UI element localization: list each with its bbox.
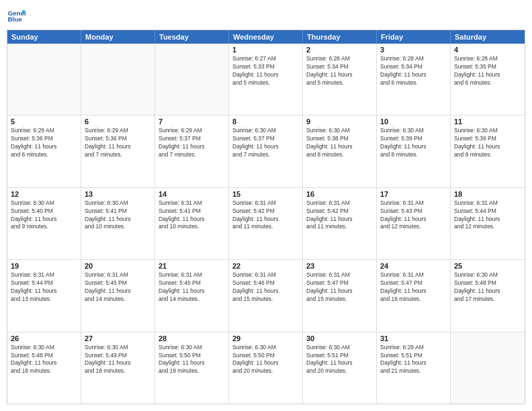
cell-info: Sunrise: 6:31 AM Sunset: 5:44 PM Dayligh… <box>454 199 521 232</box>
calendar-cell: 20Sunrise: 6:31 AM Sunset: 5:45 PM Dayli… <box>81 260 155 331</box>
day-number: 16 <box>306 190 373 198</box>
page: General Blue SundayMondayTuesdayWednesda… <box>0 0 532 411</box>
day-number: 6 <box>85 118 151 126</box>
cell-info: Sunrise: 6:30 AM Sunset: 5:41 PM Dayligh… <box>85 199 151 232</box>
day-number: 27 <box>85 334 151 342</box>
calendar-row-5: 26Sunrise: 6:30 AM Sunset: 5:48 PM Dayli… <box>7 332 525 404</box>
cell-info: Sunrise: 6:31 AM Sunset: 5:45 PM Dayligh… <box>85 271 151 304</box>
day-number: 26 <box>11 334 77 342</box>
cell-info: Sunrise: 6:30 AM Sunset: 5:39 PM Dayligh… <box>380 127 447 159</box>
calendar-cell: 31Sunrise: 6:29 AM Sunset: 5:51 PM Dayli… <box>377 332 451 404</box>
day-number: 22 <box>232 262 299 270</box>
day-number: 12 <box>11 190 77 198</box>
cell-info: Sunrise: 6:31 AM Sunset: 5:41 PM Dayligh… <box>159 199 225 232</box>
day-number: 11 <box>454 118 521 126</box>
calendar-cell <box>155 44 229 115</box>
calendar-cell: 11Sunrise: 6:30 AM Sunset: 5:39 PM Dayli… <box>451 116 525 187</box>
calendar-cell <box>81 44 155 115</box>
day-number: 19 <box>11 262 77 270</box>
calendar-row-4: 19Sunrise: 6:31 AM Sunset: 5:44 PM Dayli… <box>7 260 525 332</box>
cell-info: Sunrise: 6:30 AM Sunset: 5:48 PM Dayligh… <box>454 271 521 304</box>
calendar: SundayMondayTuesdayWednesdayThursdayFrid… <box>7 30 525 404</box>
calendar-cell: 5Sunrise: 6:29 AM Sunset: 5:36 PM Daylig… <box>7 116 81 187</box>
calendar-header: SundayMondayTuesdayWednesdayThursdayFrid… <box>7 30 525 44</box>
calendar-cell: 15Sunrise: 6:31 AM Sunset: 5:42 PM Dayli… <box>229 188 303 259</box>
weekday-header-friday: Friday <box>377 30 451 44</box>
cell-info: Sunrise: 6:30 AM Sunset: 5:50 PM Dayligh… <box>232 344 299 376</box>
calendar-cell: 7Sunrise: 6:29 AM Sunset: 5:37 PM Daylig… <box>155 116 229 187</box>
cell-info: Sunrise: 6:31 AM Sunset: 5:42 PM Dayligh… <box>232 199 299 232</box>
cell-info: Sunrise: 6:29 AM Sunset: 5:36 PM Dayligh… <box>11 127 77 159</box>
calendar-cell: 29Sunrise: 6:30 AM Sunset: 5:50 PM Dayli… <box>229 332 303 404</box>
weekday-header-sunday: Sunday <box>7 30 81 44</box>
cell-info: Sunrise: 6:27 AM Sunset: 5:33 PM Dayligh… <box>232 55 299 87</box>
day-number: 2 <box>306 46 373 54</box>
day-number: 14 <box>159 190 225 198</box>
cell-info: Sunrise: 6:29 AM Sunset: 5:36 PM Dayligh… <box>85 127 151 159</box>
calendar-cell: 3Sunrise: 6:28 AM Sunset: 5:34 PM Daylig… <box>377 44 451 115</box>
calendar-cell: 30Sunrise: 6:30 AM Sunset: 5:51 PM Dayli… <box>303 332 377 404</box>
calendar-cell: 26Sunrise: 6:30 AM Sunset: 5:48 PM Dayli… <box>7 332 81 404</box>
day-number: 9 <box>306 118 373 126</box>
day-number: 23 <box>306 262 373 270</box>
logo-icon: General Blue <box>7 7 26 26</box>
cell-info: Sunrise: 6:28 AM Sunset: 5:34 PM Dayligh… <box>380 55 447 87</box>
calendar-cell: 4Sunrise: 6:28 AM Sunset: 5:35 PM Daylig… <box>451 44 525 115</box>
calendar-cell: 22Sunrise: 6:31 AM Sunset: 5:46 PM Dayli… <box>229 260 303 331</box>
calendar-cell: 8Sunrise: 6:30 AM Sunset: 5:37 PM Daylig… <box>229 116 303 187</box>
header: General Blue <box>7 7 525 26</box>
day-number: 10 <box>380 118 447 126</box>
calendar-cell: 28Sunrise: 6:30 AM Sunset: 5:50 PM Dayli… <box>155 332 229 404</box>
day-number: 24 <box>380 262 447 270</box>
day-number: 4 <box>454 46 521 54</box>
calendar-cell: 18Sunrise: 6:31 AM Sunset: 5:44 PM Dayli… <box>451 188 525 259</box>
day-number: 15 <box>232 190 299 198</box>
weekday-header-monday: Monday <box>81 30 155 44</box>
day-number: 30 <box>306 334 373 342</box>
cell-info: Sunrise: 6:30 AM Sunset: 5:49 PM Dayligh… <box>85 344 151 376</box>
cell-info: Sunrise: 6:30 AM Sunset: 5:50 PM Dayligh… <box>159 344 225 376</box>
calendar-cell <box>451 332 525 404</box>
day-number: 20 <box>85 262 151 270</box>
calendar-cell: 1Sunrise: 6:27 AM Sunset: 5:33 PM Daylig… <box>229 44 303 115</box>
cell-info: Sunrise: 6:31 AM Sunset: 5:44 PM Dayligh… <box>11 271 77 304</box>
calendar-row-1: 1Sunrise: 6:27 AM Sunset: 5:33 PM Daylig… <box>7 44 525 116</box>
calendar-cell: 13Sunrise: 6:30 AM Sunset: 5:41 PM Dayli… <box>81 188 155 259</box>
calendar-cell: 6Sunrise: 6:29 AM Sunset: 5:36 PM Daylig… <box>81 116 155 187</box>
weekday-header-saturday: Saturday <box>451 30 525 44</box>
calendar-body: 1Sunrise: 6:27 AM Sunset: 5:33 PM Daylig… <box>7 44 525 404</box>
weekday-header-thursday: Thursday <box>303 30 377 44</box>
weekday-header-tuesday: Tuesday <box>155 30 229 44</box>
day-number: 25 <box>454 262 521 270</box>
cell-info: Sunrise: 6:31 AM Sunset: 5:43 PM Dayligh… <box>380 199 447 232</box>
calendar-cell: 25Sunrise: 6:30 AM Sunset: 5:48 PM Dayli… <box>451 260 525 331</box>
calendar-cell: 16Sunrise: 6:31 AM Sunset: 5:42 PM Dayli… <box>303 188 377 259</box>
cell-info: Sunrise: 6:31 AM Sunset: 5:46 PM Dayligh… <box>232 271 299 304</box>
day-number: 8 <box>232 118 299 126</box>
calendar-cell: 23Sunrise: 6:31 AM Sunset: 5:47 PM Dayli… <box>303 260 377 331</box>
cell-info: Sunrise: 6:30 AM Sunset: 5:39 PM Dayligh… <box>454 127 521 159</box>
calendar-cell: 24Sunrise: 6:31 AM Sunset: 5:47 PM Dayli… <box>377 260 451 331</box>
day-number: 29 <box>232 334 299 342</box>
day-number: 18 <box>454 190 521 198</box>
cell-info: Sunrise: 6:30 AM Sunset: 5:38 PM Dayligh… <box>306 127 373 159</box>
calendar-cell <box>7 44 81 115</box>
day-number: 3 <box>380 46 447 54</box>
cell-info: Sunrise: 6:30 AM Sunset: 5:48 PM Dayligh… <box>11 344 77 376</box>
calendar-cell: 17Sunrise: 6:31 AM Sunset: 5:43 PM Dayli… <box>377 188 451 259</box>
calendar-cell: 2Sunrise: 6:28 AM Sunset: 5:34 PM Daylig… <box>303 44 377 115</box>
cell-info: Sunrise: 6:31 AM Sunset: 5:47 PM Dayligh… <box>306 271 373 304</box>
cell-info: Sunrise: 6:28 AM Sunset: 5:34 PM Dayligh… <box>306 55 373 87</box>
cell-info: Sunrise: 6:29 AM Sunset: 5:51 PM Dayligh… <box>380 344 447 376</box>
cell-info: Sunrise: 6:30 AM Sunset: 5:40 PM Dayligh… <box>11 199 77 232</box>
svg-text:Blue: Blue <box>7 15 22 23</box>
day-number: 7 <box>159 118 225 126</box>
day-number: 5 <box>11 118 77 126</box>
day-number: 13 <box>85 190 151 198</box>
day-number: 1 <box>232 46 299 54</box>
calendar-cell: 27Sunrise: 6:30 AM Sunset: 5:49 PM Dayli… <box>81 332 155 404</box>
calendar-row-3: 12Sunrise: 6:30 AM Sunset: 5:40 PM Dayli… <box>7 188 525 260</box>
calendar-cell: 14Sunrise: 6:31 AM Sunset: 5:41 PM Dayli… <box>155 188 229 259</box>
cell-info: Sunrise: 6:31 AM Sunset: 5:47 PM Dayligh… <box>380 271 447 304</box>
calendar-cell: 10Sunrise: 6:30 AM Sunset: 5:39 PM Dayli… <box>377 116 451 187</box>
